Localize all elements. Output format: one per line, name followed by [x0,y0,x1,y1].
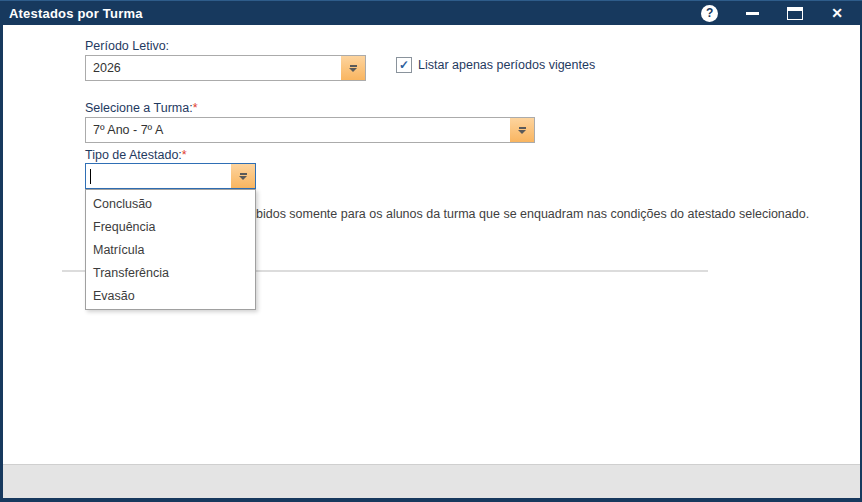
minimize-icon[interactable] [746,12,759,15]
footer-bar [3,464,860,498]
periodo-letivo-label: Período Letivo: [85,39,169,53]
window-controls: ? ✕ [701,5,862,22]
tipo-atestado-value [91,164,231,188]
dialog-window: Atestados por Turma ? ✕ Período Letivo: … [0,0,862,502]
vigentes-checkbox[interactable]: ✓ [396,57,412,73]
tipo-atestado-dropdown-button[interactable] [231,164,255,188]
tipo-atestado-label: Tipo de Atestado:* [85,148,187,162]
list-item-transferencia[interactable]: Transferência [86,261,255,284]
periodo-letivo-value: 2026 [86,56,341,80]
turma-value: 7º Ano - 7º A [86,118,510,142]
tipo-atestado-dropdown-list: Conclusão Frequência Matrícula Transferê… [85,189,256,310]
vigentes-checkbox-label[interactable]: Listar apenas períodos vigentes [418,58,595,72]
required-asterisk: * [182,148,187,162]
help-icon[interactable]: ? [701,5,718,22]
maximize-icon[interactable] [787,7,803,20]
turma-combobox[interactable]: 7º Ano - 7º A [85,117,535,143]
dropdown-arrow-icon [349,65,358,72]
close-icon[interactable]: ✕ [831,6,843,20]
list-item-conclusao[interactable]: Conclusão [86,192,255,215]
dropdown-arrow-icon [239,173,248,180]
required-asterisk: * [193,101,198,115]
list-item-frequencia[interactable]: Frequência [86,215,255,238]
checkmark-icon: ✓ [399,58,409,72]
title-bar: Atestados por Turma ? ✕ [0,0,862,25]
list-item-matricula[interactable]: Matrícula [86,238,255,261]
window-title: Atestados por Turma [0,6,143,21]
periodo-letivo-dropdown-button[interactable] [341,56,365,80]
turma-label: Selecione a Turma:* [85,101,198,115]
tipo-atestado-combobox[interactable] [85,163,256,189]
info-text-partial: bidos somente para os alunos da turma qu… [256,207,809,221]
turma-dropdown-button[interactable] [510,118,534,142]
list-item-evasao[interactable]: Evasão [86,284,255,307]
dropdown-arrow-icon [518,127,527,134]
periodo-letivo-combobox[interactable]: 2026 [85,55,366,81]
